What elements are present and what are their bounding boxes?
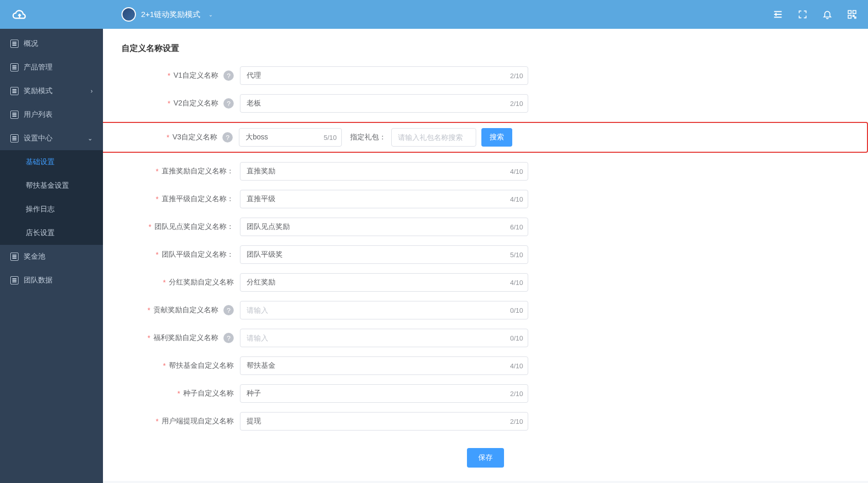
help-icon[interactable]: ? [223,70,234,81]
chevron-down-icon: ⌄ [209,12,213,17]
field-label: *直推奖励自定义名称： [121,167,240,176]
help-icon[interactable]: ? [223,98,234,109]
sidebar-item-label: 团队数据 [24,276,93,285]
fullscreen-icon[interactable] [797,9,808,20]
direct-reward-input[interactable] [240,162,528,181]
field-label: *种子自定义名称 [121,389,240,398]
field-label: *用户端提现自定义名称 [121,417,240,426]
qrcode-icon[interactable] [846,9,858,20]
field-label: *直推平级自定义名称： [121,194,240,204]
sidebar-subitem-basic-settings[interactable]: 基础设置 [0,150,103,174]
save-button[interactable]: 保存 [467,448,504,468]
team-level-input[interactable] [240,245,528,264]
indent-icon[interactable] [772,9,784,20]
list-icon [10,63,19,71]
bell-icon[interactable] [822,9,833,20]
section-title: 自定义名称设置 [121,43,849,54]
sidebar-subitem-operation-log[interactable]: 操作日志 [0,198,103,221]
v1-name-input[interactable] [240,66,528,85]
form-row-contrib: *贡献奖励自定义名称 ? 0/10 [121,301,849,319]
v3-name-input[interactable] [239,128,342,147]
seed-input[interactable] [240,384,528,403]
list-icon [10,40,19,48]
form-row-teampoint: *团队见点奖自定义名称： 6/10 [121,218,849,236]
main-content: 自定义名称设置 *V1自定义名称 ? 2/10 *V2自定义名称 ? [103,29,868,483]
sidebar-subitem-shop-settings[interactable]: 店长设置 [0,221,103,245]
form-row-withdraw: *用户端提现自定义名称 2/10 [121,412,849,431]
list-icon [10,276,19,284]
form-row-teamlvl: *团队平级自定义名称： 5/10 [121,245,849,264]
field-label: *团队平级自定义名称： [121,250,240,259]
form-row-direct: *直推奖励自定义名称： 4/10 [121,162,849,181]
field-label: *团队见点奖自定义名称： [121,222,240,231]
sidebar-submenu-settings: 基础设置 帮扶基金设置 操作日志 店长设置 [0,150,103,245]
form-row-seed: *种子自定义名称 2/10 [121,384,849,403]
cloud-logo-icon [10,5,29,24]
form-row-v1: *V1自定义名称 ? 2/10 [121,66,849,85]
sidebar-item-label: 奖金池 [24,252,93,261]
field-label: *分红奖励自定义名称 [121,278,240,287]
field-label: *V2自定义名称 ? [121,98,240,109]
sidebar-item-label: 设置中心 [24,134,88,143]
field-label: *V1自定义名称 ? [121,70,240,81]
dividend-input[interactable] [240,273,528,292]
form-row-dividend: *分红奖励自定义名称 4/10 [121,273,849,292]
sidebar: 概况 产品管理 奖励模式 › 用户列表 设置中心 ⌄ 基础设置 帮扶基金设置 操… [0,29,103,483]
form-row-fund: *帮扶基金自定义名称 4/10 [121,356,849,375]
chevron-down-icon: ⌄ [88,135,93,142]
sidebar-item-overview[interactable]: 概况 [0,32,103,56]
sidebar-item-label: 用户列表 [24,110,93,119]
svg-rect-0 [848,11,852,14]
sidebar-item-label: 奖励模式 [24,86,91,96]
field-label: *贡献奖励自定义名称 ? [121,305,240,315]
sidebar-item-label: 产品管理 [24,63,93,72]
app-avatar-icon [121,7,136,22]
v2-name-input[interactable] [240,94,528,113]
svg-rect-1 [853,11,856,14]
contribution-input[interactable] [240,301,528,319]
gift-search-input[interactable] [391,128,476,147]
form-row-v2: *V2自定义名称 ? 2/10 [121,94,849,113]
highlighted-row-v3: *V3自定义名称 ? 5/10 指定礼包： 搜索 [103,122,868,153]
help-icon[interactable]: ? [223,333,234,343]
svg-rect-3 [853,15,855,17]
field-label: *福利奖励自定义名称 ? [121,333,240,343]
search-button[interactable]: 搜索 [481,128,512,147]
sidebar-item-bonus-pool[interactable]: 奖金池 [0,245,103,269]
app-selector[interactable]: 2+1链动奖励模式 ⌄ [121,7,213,22]
footer-text: 云平台@ wsycloud.pr.weisanyun.cn [103,481,868,483]
sidebar-subitem-fund-settings[interactable]: 帮扶基金设置 [0,174,103,198]
form-row-directlvl: *直推平级自定义名称： 4/10 [121,190,849,208]
svg-rect-4 [855,17,856,19]
sidebar-item-label: 概况 [24,39,93,48]
field-label: *V3自定义名称 ? [123,132,239,142]
team-point-input[interactable] [240,218,528,236]
sidebar-item-user-list[interactable]: 用户列表 [0,103,103,127]
list-icon [10,134,19,142]
list-icon [10,87,19,95]
list-icon [10,253,19,261]
sidebar-item-product[interactable]: 产品管理 [0,56,103,79]
sidebar-item-reward-mode[interactable]: 奖励模式 › [0,79,103,103]
chevron-right-icon: › [91,87,93,95]
sidebar-item-team-data[interactable]: 团队数据 [0,269,103,292]
help-icon[interactable]: ? [223,305,234,315]
topbar-actions [772,9,858,20]
form-row-welfare: *福利奖励自定义名称 ? 0/10 [121,329,849,347]
help-icon[interactable]: ? [222,132,233,142]
app-title: 2+1链动奖励模式 [141,10,200,20]
topbar: 2+1链动奖励模式 ⌄ [0,0,868,29]
welfare-input[interactable] [240,329,528,347]
list-icon [10,111,19,119]
gift-label: 指定礼包： [350,133,386,142]
field-label: *帮扶基金自定义名称 [121,361,240,370]
sidebar-item-settings[interactable]: 设置中心 ⌄ [0,127,103,150]
svg-rect-2 [848,15,852,19]
direct-level-input[interactable] [240,190,528,208]
withdraw-input[interactable] [240,412,528,431]
fund-input[interactable] [240,356,528,375]
